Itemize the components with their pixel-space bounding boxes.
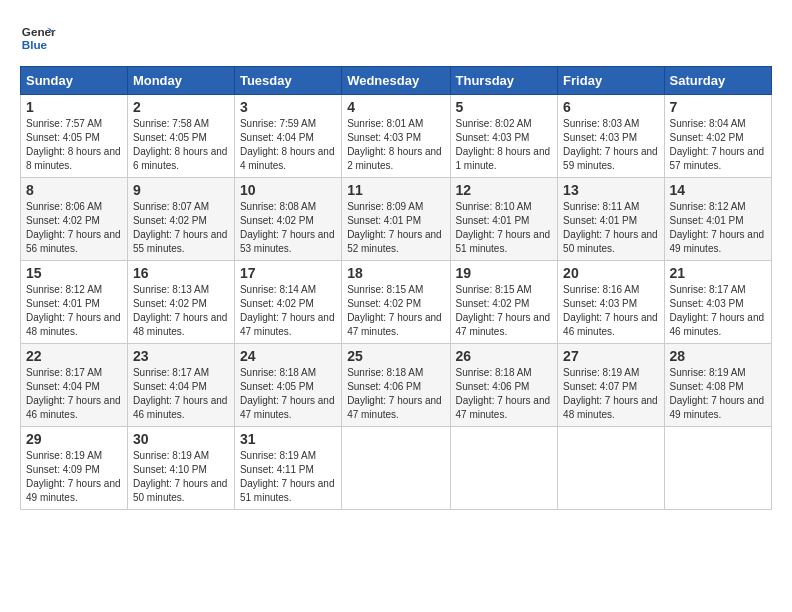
table-row: 16Sunrise: 8:13 AMSunset: 4:02 PMDayligh… xyxy=(127,261,234,344)
col-sunday: Sunday xyxy=(21,67,128,95)
table-row: 12Sunrise: 8:10 AMSunset: 4:01 PMDayligh… xyxy=(450,178,558,261)
day-number: 18 xyxy=(347,265,444,281)
day-info: Sunrise: 8:19 AMSunset: 4:10 PMDaylight:… xyxy=(133,450,228,503)
day-number: 20 xyxy=(563,265,658,281)
table-row: 18Sunrise: 8:15 AMSunset: 4:02 PMDayligh… xyxy=(342,261,450,344)
table-row: 30Sunrise: 8:19 AMSunset: 4:10 PMDayligh… xyxy=(127,427,234,510)
day-number: 31 xyxy=(240,431,336,447)
day-info: Sunrise: 8:12 AMSunset: 4:01 PMDaylight:… xyxy=(670,201,765,254)
day-info: Sunrise: 8:15 AMSunset: 4:02 PMDaylight:… xyxy=(347,284,442,337)
day-number: 19 xyxy=(456,265,553,281)
table-row: 4Sunrise: 8:01 AMSunset: 4:03 PMDaylight… xyxy=(342,95,450,178)
day-number: 16 xyxy=(133,265,229,281)
day-number: 9 xyxy=(133,182,229,198)
logo: General Blue xyxy=(20,20,60,56)
table-row: 27Sunrise: 8:19 AMSunset: 4:07 PMDayligh… xyxy=(558,344,664,427)
day-info: Sunrise: 8:19 AMSunset: 4:11 PMDaylight:… xyxy=(240,450,335,503)
table-row: 9Sunrise: 8:07 AMSunset: 4:02 PMDaylight… xyxy=(127,178,234,261)
day-number: 29 xyxy=(26,431,122,447)
table-row: 2Sunrise: 7:58 AMSunset: 4:05 PMDaylight… xyxy=(127,95,234,178)
day-info: Sunrise: 7:57 AMSunset: 4:05 PMDaylight:… xyxy=(26,118,121,171)
day-info: Sunrise: 8:01 AMSunset: 4:03 PMDaylight:… xyxy=(347,118,442,171)
table-row: 6Sunrise: 8:03 AMSunset: 4:03 PMDaylight… xyxy=(558,95,664,178)
day-info: Sunrise: 7:58 AMSunset: 4:05 PMDaylight:… xyxy=(133,118,228,171)
table-row: 29Sunrise: 8:19 AMSunset: 4:09 PMDayligh… xyxy=(21,427,128,510)
table-row: 3Sunrise: 7:59 AMSunset: 4:04 PMDaylight… xyxy=(234,95,341,178)
header-row: Sunday Monday Tuesday Wednesday Thursday… xyxy=(21,67,772,95)
day-number: 23 xyxy=(133,348,229,364)
svg-text:Blue: Blue xyxy=(22,38,48,51)
table-row xyxy=(450,427,558,510)
table-row: 21Sunrise: 8:17 AMSunset: 4:03 PMDayligh… xyxy=(664,261,771,344)
table-row: 24Sunrise: 8:18 AMSunset: 4:05 PMDayligh… xyxy=(234,344,341,427)
day-number: 26 xyxy=(456,348,553,364)
table-row: 7Sunrise: 8:04 AMSunset: 4:02 PMDaylight… xyxy=(664,95,771,178)
svg-text:General: General xyxy=(22,25,56,38)
header: General Blue xyxy=(20,20,772,56)
day-info: Sunrise: 8:17 AMSunset: 4:04 PMDaylight:… xyxy=(133,367,228,420)
day-info: Sunrise: 8:17 AMSunset: 4:03 PMDaylight:… xyxy=(670,284,765,337)
day-number: 21 xyxy=(670,265,766,281)
day-number: 1 xyxy=(26,99,122,115)
day-number: 17 xyxy=(240,265,336,281)
col-friday: Friday xyxy=(558,67,664,95)
calendar-body: 1Sunrise: 7:57 AMSunset: 4:05 PMDaylight… xyxy=(21,95,772,510)
table-row: 11Sunrise: 8:09 AMSunset: 4:01 PMDayligh… xyxy=(342,178,450,261)
day-info: Sunrise: 8:09 AMSunset: 4:01 PMDaylight:… xyxy=(347,201,442,254)
table-row: 17Sunrise: 8:14 AMSunset: 4:02 PMDayligh… xyxy=(234,261,341,344)
table-row: 28Sunrise: 8:19 AMSunset: 4:08 PMDayligh… xyxy=(664,344,771,427)
day-number: 11 xyxy=(347,182,444,198)
table-row: 22Sunrise: 8:17 AMSunset: 4:04 PMDayligh… xyxy=(21,344,128,427)
calendar-table: Sunday Monday Tuesday Wednesday Thursday… xyxy=(20,66,772,510)
day-number: 28 xyxy=(670,348,766,364)
table-row: 23Sunrise: 8:17 AMSunset: 4:04 PMDayligh… xyxy=(127,344,234,427)
day-number: 22 xyxy=(26,348,122,364)
day-number: 27 xyxy=(563,348,658,364)
col-tuesday: Tuesday xyxy=(234,67,341,95)
day-number: 2 xyxy=(133,99,229,115)
day-info: Sunrise: 8:12 AMSunset: 4:01 PMDaylight:… xyxy=(26,284,121,337)
day-number: 4 xyxy=(347,99,444,115)
day-number: 12 xyxy=(456,182,553,198)
day-info: Sunrise: 8:15 AMSunset: 4:02 PMDaylight:… xyxy=(456,284,551,337)
table-row: 15Sunrise: 8:12 AMSunset: 4:01 PMDayligh… xyxy=(21,261,128,344)
day-info: Sunrise: 8:18 AMSunset: 4:06 PMDaylight:… xyxy=(347,367,442,420)
day-info: Sunrise: 8:18 AMSunset: 4:06 PMDaylight:… xyxy=(456,367,551,420)
day-info: Sunrise: 8:13 AMSunset: 4:02 PMDaylight:… xyxy=(133,284,228,337)
day-info: Sunrise: 8:03 AMSunset: 4:03 PMDaylight:… xyxy=(563,118,658,171)
day-info: Sunrise: 8:16 AMSunset: 4:03 PMDaylight:… xyxy=(563,284,658,337)
col-thursday: Thursday xyxy=(450,67,558,95)
day-number: 3 xyxy=(240,99,336,115)
day-number: 6 xyxy=(563,99,658,115)
table-row: 20Sunrise: 8:16 AMSunset: 4:03 PMDayligh… xyxy=(558,261,664,344)
col-monday: Monday xyxy=(127,67,234,95)
table-row xyxy=(558,427,664,510)
table-row xyxy=(664,427,771,510)
table-row: 8Sunrise: 8:06 AMSunset: 4:02 PMDaylight… xyxy=(21,178,128,261)
day-number: 15 xyxy=(26,265,122,281)
day-info: Sunrise: 8:04 AMSunset: 4:02 PMDaylight:… xyxy=(670,118,765,171)
calendar-week-3: 15Sunrise: 8:12 AMSunset: 4:01 PMDayligh… xyxy=(21,261,772,344)
calendar-week-4: 22Sunrise: 8:17 AMSunset: 4:04 PMDayligh… xyxy=(21,344,772,427)
day-number: 10 xyxy=(240,182,336,198)
table-row: 13Sunrise: 8:11 AMSunset: 4:01 PMDayligh… xyxy=(558,178,664,261)
day-info: Sunrise: 8:19 AMSunset: 4:09 PMDaylight:… xyxy=(26,450,121,503)
day-info: Sunrise: 8:19 AMSunset: 4:07 PMDaylight:… xyxy=(563,367,658,420)
day-info: Sunrise: 8:06 AMSunset: 4:02 PMDaylight:… xyxy=(26,201,121,254)
day-info: Sunrise: 8:10 AMSunset: 4:01 PMDaylight:… xyxy=(456,201,551,254)
day-number: 14 xyxy=(670,182,766,198)
day-info: Sunrise: 8:14 AMSunset: 4:02 PMDaylight:… xyxy=(240,284,335,337)
table-row: 1Sunrise: 7:57 AMSunset: 4:05 PMDaylight… xyxy=(21,95,128,178)
day-info: Sunrise: 8:17 AMSunset: 4:04 PMDaylight:… xyxy=(26,367,121,420)
table-row xyxy=(342,427,450,510)
day-info: Sunrise: 7:59 AMSunset: 4:04 PMDaylight:… xyxy=(240,118,335,171)
day-info: Sunrise: 8:19 AMSunset: 4:08 PMDaylight:… xyxy=(670,367,765,420)
calendar-week-2: 8Sunrise: 8:06 AMSunset: 4:02 PMDaylight… xyxy=(21,178,772,261)
day-number: 7 xyxy=(670,99,766,115)
calendar-week-1: 1Sunrise: 7:57 AMSunset: 4:05 PMDaylight… xyxy=(21,95,772,178)
day-info: Sunrise: 8:08 AMSunset: 4:02 PMDaylight:… xyxy=(240,201,335,254)
day-info: Sunrise: 8:02 AMSunset: 4:03 PMDaylight:… xyxy=(456,118,551,171)
day-number: 5 xyxy=(456,99,553,115)
day-number: 13 xyxy=(563,182,658,198)
day-info: Sunrise: 8:18 AMSunset: 4:05 PMDaylight:… xyxy=(240,367,335,420)
